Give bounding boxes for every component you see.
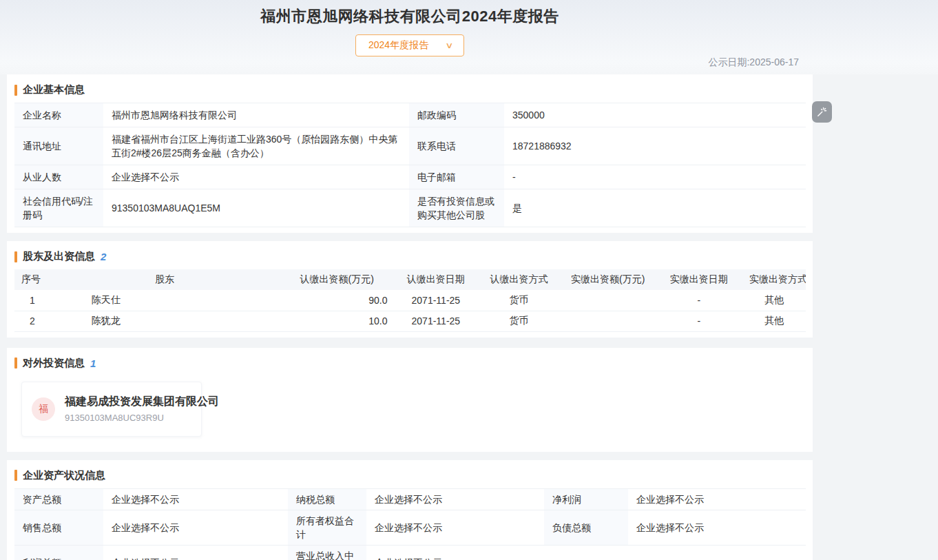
basic-info-table: 企业名称 福州市恩旭网络科技有限公司 邮政编码 350000 通讯地址 福建省福… [14,103,806,227]
table-cell: 陈天仕 [50,290,280,311]
asset-label: 营业总收入中主营业务收入 [288,546,366,560]
asset-value: 企业选择不公示 [628,510,806,545]
section-title-shareholders: 股东及出资信息 [23,250,95,263]
table-row: 1 陈天仕 90.0 2071-11-25 货币 - 其他 [14,290,806,311]
section-accent-bar [14,251,17,262]
table-cell: 其他 [742,311,806,331]
info-value: 企业选择不公示 [103,165,409,189]
section-title-investments: 对外投资信息 [23,357,85,370]
info-value: 福州市恩旭网络科技有限公司 [103,103,409,127]
asset-value: 企业选择不公示 [366,546,544,560]
table-cell: 货币 [477,290,561,311]
table-row: 2 陈犹龙 10.0 2071-11-25 货币 - 其他 [14,311,806,331]
info-row: 通讯地址 福建省福州市台江区上海街道工业路360号（原怡园路东侧）中央第五街2#… [14,127,806,165]
info-label: 电子邮箱 [409,165,504,189]
table-cell: 2071-11-25 [395,311,478,331]
table-cell [561,311,656,331]
column-header: 认缴出资额(万元) [280,269,395,290]
table-cell: 其他 [742,290,806,311]
info-value: - [504,165,806,189]
asset-row: 销售总额 企业选择不公示 所有者权益合计 企业选择不公示 负债总额 企业选择不公… [14,510,806,546]
investment-card[interactable]: 福 福建易成投资发展集团有限公司 91350103MA8UC93R9U [21,382,202,437]
asset-empty-cell [544,546,628,560]
asset-row: 资产总额 企业选择不公示 纳税总额 企业选择不公示 净利润 企业选择不公示 [14,489,806,510]
table-cell: 2071-11-25 [395,290,478,311]
info-value: 350000 [504,103,806,127]
table-cell [561,290,656,311]
company-avatar: 福 [32,397,55,421]
section-investments: 对外投资信息 1 福 福建易成投资发展集团有限公司 91350103MA8UC9… [7,348,813,452]
asset-value: 企业选择不公示 [366,489,544,510]
info-value: 是 [504,196,806,220]
info-label: 是否有投资信息或购买其他公司股 [409,189,504,227]
magic-wand-icon [816,106,828,118]
asset-value: 企业选择不公示 [103,489,288,510]
info-value: 18721886932 [504,134,806,158]
column-header: 认缴出资方式 [477,269,561,290]
table-cell: 1 [14,290,50,311]
info-row: 社会信用代码/注册码 91350103MA8UAQ1E5M 是否有投资信息或购买… [14,189,806,227]
table-header-row: 序号 股东 认缴出资额(万元) 认缴出资日期 认缴出资方式 实缴出资额(万元) … [14,269,806,290]
assets-table: 资产总额 企业选择不公示 纳税总额 企业选择不公示 净利润 企业选择不公示 销售… [14,488,806,560]
page-title: 福州市恩旭网络科技有限公司2024年度报告 [7,0,813,27]
column-header: 实缴出资日期 [656,269,742,290]
asset-label: 资产总额 [14,489,103,510]
investment-credit-code: 91350103MA8UC93R9U [65,413,219,423]
asset-value: 企业选择不公示 [366,510,544,545]
asset-label: 负债总额 [544,510,628,545]
column-header: 序号 [14,269,50,290]
asset-label: 净利润 [544,489,628,510]
info-label: 社会信用代码/注册码 [14,189,103,227]
asset-value: 企业选择不公示 [103,546,288,560]
asset-row: 利润总额 企业选择不公示 营业总收入中主营业务收入 企业选择不公示 [14,546,806,560]
investments-count-badge: 1 [90,357,96,369]
asset-value: 企业选择不公示 [628,489,806,510]
section-title-basic-info: 企业基本信息 [23,83,85,96]
chevron-down-icon: ∨ [445,41,453,50]
asset-label: 销售总额 [14,510,103,545]
column-header: 股东 [50,269,280,290]
section-shareholders: 股东及出资信息 2 序号 股东 认缴出资额(万元) 认缴出资日期 认缴出资方式 … [7,241,813,338]
info-row: 企业名称 福州市恩旭网络科技有限公司 邮政编码 350000 [14,103,806,127]
shareholders-table: 序号 股东 认缴出资额(万元) 认缴出资日期 认缴出资方式 实缴出资额(万元) … [14,269,806,332]
column-header: 实缴出资额(万元) [561,269,656,290]
investment-company-name: 福建易成投资发展集团有限公司 [65,395,219,409]
section-accent-bar [14,357,17,369]
column-header: 认缴出资日期 [395,269,478,290]
info-label: 从业人数 [14,165,103,189]
section-title-assets: 企业资产状况信息 [23,469,105,482]
info-label: 联系电话 [409,127,504,165]
section-accent-bar [14,470,17,481]
section-assets: 企业资产状况信息 资产总额 企业选择不公示 纳税总额 企业选择不公示 净利润 企… [7,460,813,560]
asset-label: 纳税总额 [288,489,366,510]
year-selector-button[interactable]: 2024年度报告 ∨ [355,34,464,56]
info-label: 通讯地址 [14,127,103,165]
info-row: 从业人数 企业选择不公示 电子邮箱 - [14,165,806,189]
section-accent-bar [14,85,17,96]
table-cell: - [656,290,742,311]
info-label: 企业名称 [14,103,103,127]
table-cell: 货币 [477,311,561,331]
info-value: 福建省福州市台江区上海街道工业路360号（原怡园路东侧）中央第五街2#楼26层2… [103,127,409,165]
shareholders-count-badge: 2 [101,251,106,262]
publish-date: 公示日期:2025-06-17 [708,56,799,69]
asset-label: 所有者权益合计 [288,510,366,545]
asset-empty-cell [628,546,806,560]
table-cell: - [656,311,742,331]
page-header: 福州市恩旭网络科技有限公司2024年度报告 2024年度报告 ∨ 公示日期:20… [0,0,938,74]
info-label: 邮政编码 [409,103,504,127]
section-basic-info: 企业基本信息 企业名称 福州市恩旭网络科技有限公司 邮政编码 350000 通讯… [7,74,813,233]
table-cell: 陈犹龙 [50,311,280,331]
asset-label: 利润总额 [14,546,103,560]
table-cell: 2 [14,311,50,331]
magic-wand-button[interactable] [812,101,832,123]
asset-value: 企业选择不公示 [103,510,288,545]
info-value: 91350103MA8UAQ1E5M [103,196,409,220]
table-cell: 90.0 [280,290,395,311]
table-cell: 10.0 [280,311,395,331]
year-selector-label: 2024年度报告 [368,39,428,52]
column-header: 实缴出资方式 [742,269,806,290]
